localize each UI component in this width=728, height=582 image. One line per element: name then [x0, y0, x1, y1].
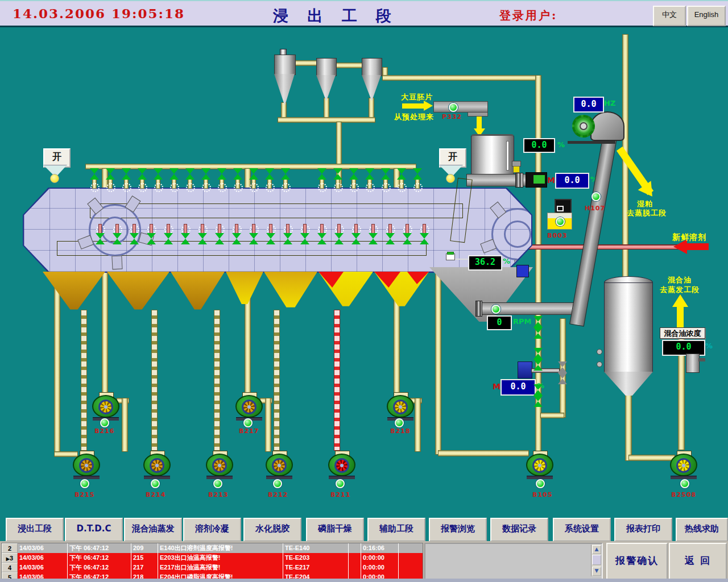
- valve-collar: [334, 183, 343, 192]
- level-sensor-head: [447, 252, 454, 255]
- menu-degumming[interactable]: 水化脱胶: [243, 518, 301, 542]
- hopper-vibrator: [516, 265, 529, 277]
- tank-level-unit: %: [557, 140, 565, 149]
- tank-fitting: [513, 166, 520, 173]
- english-language-button[interactable]: English: [687, 6, 726, 26]
- pump-indicator: [151, 479, 160, 488]
- valve-collar: [382, 183, 391, 192]
- pipe: [438, 450, 529, 456]
- valve-collar: [234, 183, 243, 192]
- pipe-dashed: [274, 310, 280, 451]
- valve-icon: [533, 316, 543, 327]
- scrollbar-thumb[interactable]: [592, 555, 601, 565]
- valve1-display: 0.0: [555, 173, 589, 189]
- pump: [92, 392, 119, 421]
- alarm-code: 209: [131, 543, 158, 553]
- miscella-arrow-shaft: [677, 306, 684, 329]
- cyclone: [362, 58, 382, 76]
- miscella-conc-label: 混合油浓度: [660, 327, 705, 339]
- pipe: [435, 267, 441, 455]
- pipe-dashed: [151, 310, 158, 451]
- return-button[interactable]: 返 回: [669, 543, 727, 580]
- valve-collar: [282, 183, 291, 192]
- extractor-open-button-right[interactable]: 开: [439, 148, 466, 168]
- screw-run-indicator: [491, 305, 500, 314]
- valve-actuator: [518, 361, 532, 379]
- valve-collar: [398, 183, 407, 192]
- alarm-side-panel: ▲ ▼: [424, 543, 603, 580]
- alarm-time: 下午 06:47:12: [68, 563, 131, 572]
- feeder-run-indicator: [556, 217, 565, 226]
- valve-icon: [249, 168, 258, 180]
- valve-icon: [413, 168, 422, 180]
- pipe-dashed-red: [334, 310, 340, 451]
- alarm-code: 215: [131, 553, 158, 563]
- valve2-prefix: M: [493, 382, 500, 391]
- menu-report-print[interactable]: 报表打印: [614, 518, 672, 542]
- extractor-level-display: 36.2: [468, 255, 502, 271]
- menu-data-log[interactable]: 数据记录: [490, 518, 548, 542]
- row-number: 4: [8, 564, 11, 571]
- screw-speed-unit: RPM: [513, 317, 531, 326]
- menu-extraction[interactable]: 浸出工段: [6, 518, 64, 542]
- pump: [143, 451, 171, 479]
- valve-collar: [218, 183, 227, 192]
- valve-icon: [533, 327, 543, 339]
- menu-alarm-view[interactable]: 报警浏览: [429, 518, 487, 542]
- alarm-ack-button[interactable]: 报警确认: [606, 543, 668, 580]
- valve-collar: [318, 183, 327, 192]
- chinese-language-button[interactable]: 中文: [653, 6, 686, 26]
- alarm-row[interactable]: 2 14/03/06 下午 06:47:12 209 E140出口溶剂温度高报警…: [2, 543, 423, 553]
- hopper: [107, 272, 169, 311]
- menu-evaporation[interactable]: 混合油蒸发: [124, 518, 182, 542]
- page-title: 浸 出 工 段: [245, 6, 427, 26]
- pump: [73, 451, 100, 479]
- valve-icon: [281, 168, 290, 180]
- valve-collar: [106, 183, 115, 192]
- row-number: 2: [8, 545, 11, 552]
- pipe: [382, 75, 540, 81]
- extractor-open-button-left[interactable]: 开: [43, 148, 71, 168]
- valve2-display: 0.0: [500, 379, 536, 396]
- menu-drying[interactable]: 磷脂干燥: [306, 518, 364, 542]
- valve-icon: [533, 359, 543, 371]
- alarm-duration: 0:16:06: [361, 543, 399, 553]
- feed-arrow-shaft: [402, 103, 424, 109]
- valve-collar: [154, 183, 163, 192]
- menu-system-setup[interactable]: 系统设置: [553, 518, 611, 542]
- alarm-date: 14/03/06: [18, 543, 68, 553]
- menu-hotline-help[interactable]: 热线求助: [676, 518, 728, 542]
- pump: [670, 451, 697, 479]
- menu-condensation[interactable]: 溶剂冷凝: [183, 518, 241, 542]
- pipe: [265, 398, 271, 452]
- row-number: 3: [10, 555, 13, 562]
- pump: [526, 451, 553, 479]
- valve-icon: [185, 168, 195, 180]
- fresh-solvent-arrow-shaft: [686, 243, 709, 250]
- pipe: [369, 98, 374, 119]
- alarm-row[interactable]: 4 14/03/06 下午 06:47:12 217 E217出口油温高报警! …: [2, 563, 423, 572]
- pump-tag: B217: [239, 427, 259, 435]
- valve-icon: [333, 168, 342, 180]
- alarm-row-selected[interactable]: ▶3 14/03/06 下午 06:47:12 215 E203出口油温高报警!…: [2, 553, 423, 563]
- conveyor-motor-light: [533, 175, 545, 184]
- pump-tag: B216: [94, 427, 114, 435]
- alarm-spare: [349, 553, 361, 563]
- valve-collar: [202, 183, 211, 192]
- scrollbar[interactable]: ▲ ▼: [591, 544, 601, 576]
- pipe: [122, 398, 128, 452]
- alarm-duration: 0:00:00: [361, 563, 399, 572]
- cyclone: [274, 55, 296, 75]
- feeder-tag: B003: [547, 232, 567, 239]
- feed-conveyor: [433, 101, 488, 113]
- menu-auxiliary[interactable]: 辅助工段: [367, 518, 425, 542]
- pump-indicator: [395, 418, 404, 427]
- menu-dtdc[interactable]: D.T.D.C: [65, 518, 123, 542]
- scroll-up-icon[interactable]: ▲: [592, 545, 601, 554]
- elevator-head: [590, 111, 624, 141]
- pump: [387, 392, 414, 421]
- valve-icon: [533, 384, 543, 396]
- valve-icon: [122, 168, 131, 180]
- pump-alarm: [328, 451, 355, 479]
- scroll-down-icon[interactable]: ▼: [592, 567, 601, 576]
